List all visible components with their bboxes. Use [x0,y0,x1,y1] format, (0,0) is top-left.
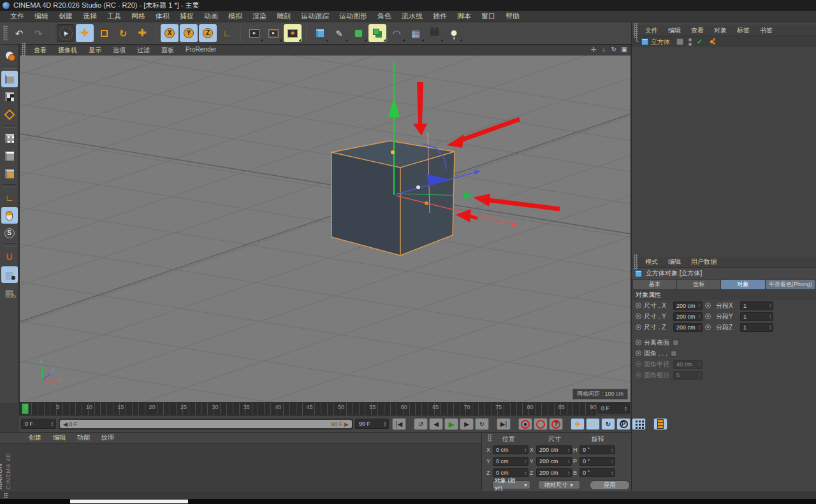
om-menu-item-2[interactable]: 查看 [686,26,709,35]
menubar-item-15[interactable]: 流水线 [397,11,428,21]
coord-system-icon[interactable]: ∟ [218,24,236,42]
modeling-objects-icon[interactable] [368,24,386,42]
toolbar-drag-handle[interactable] [3,25,8,41]
menubar-item-6[interactable]: 体积 [150,11,175,21]
menubar-item-10[interactable]: 渲染 [247,11,272,21]
texture-mode-icon[interactable] [1,89,18,105]
z-axis-lock-icon[interactable]: Z [199,24,217,42]
object-tree-row-cube[interactable]: └ 立方体 ✓ [632,36,816,47]
mm-menu-item-1[interactable]: 编辑 [47,433,71,442]
menubar-item-1[interactable]: 编辑 [29,11,54,21]
record-options-button[interactable]: ? [549,418,563,430]
key-position-toggle[interactable]: ✚ [571,418,585,430]
rotation-p-field[interactable]: 0 °↕ [579,457,615,466]
position-x-field[interactable]: 0 cm↕ [493,445,528,454]
visibility-dots-icon[interactable] [688,38,692,46]
am-menu-item-1[interactable]: 编辑 [663,257,686,266]
object-manager-empty-area[interactable] [632,48,816,257]
convert-object-icon[interactable] [1,47,18,64]
workplane-lock-icon[interactable]: ▦ [1,266,18,283]
model-mode-icon[interactable] [1,71,18,87]
menubar-item-9[interactable]: 模拟 [223,11,247,21]
frame-range-slider[interactable]: ◀ 0 F 90 F ▶ [60,420,352,428]
viewport-menu-item-1[interactable]: 摄像机 [52,46,83,55]
play-button[interactable]: ▶ [444,418,458,430]
render-settings-icon[interactable]: ✱ [284,24,302,42]
perspective-viewport[interactable]: 查看摄像机显示选项过滤面板ProRender ✛ ↓ ↻ ▣ 透视视图 [19,45,631,403]
object-manager-handle[interactable] [634,23,638,38]
viewport-menu-item-4[interactable]: 过滤 [131,46,156,55]
camera-icon[interactable] [426,24,444,42]
key-parameter-toggle[interactable]: P [616,418,630,430]
last-tool-icon[interactable]: ✚ [133,24,151,42]
size-mode-dropdown[interactable]: 绝对尺寸▼ [538,480,580,489]
anim-dot-icon[interactable] [636,303,641,308]
mm-menu-item-0[interactable]: 创建 [23,433,47,442]
autokey-button[interactable] [534,418,548,430]
pen-tool-icon[interactable]: ✎ [330,24,348,42]
next-key-button[interactable]: ↻ [475,418,489,430]
tab-phong[interactable]: 平滑着色(Phong) [766,280,815,289]
apply-button[interactable]: 应用 [590,480,630,490]
segments-y-field[interactable]: 1↕ [740,312,773,321]
menubar-item-5[interactable]: 网格 [126,11,150,21]
rotate-tool-icon[interactable]: ↻ [114,24,132,42]
layer-chip-icon[interactable] [676,38,683,45]
axis-mode-icon[interactable]: ∟ [1,189,18,206]
live-selection-tool-icon[interactable]: ➤ [57,24,75,42]
viewport-canvas[interactable] [20,55,630,402]
goto-end-button[interactable]: ▶| [497,418,511,430]
undo-icon[interactable]: ↶ [10,24,28,42]
orbit-view-icon[interactable]: ↻ [610,46,618,53]
menubar-item-3[interactable]: 选择 [78,11,102,21]
segments-z-field[interactable]: 1↕ [740,323,773,332]
scale-tool-icon[interactable] [95,24,113,42]
rotation-b-field[interactable]: 0 °↕ [579,468,615,477]
tab-object[interactable]: 对象 [721,280,764,289]
segments-x-field[interactable]: 1↕ [740,301,773,310]
render-picture-viewer-icon[interactable]: ▸ [265,24,282,42]
keyframe-selection-button[interactable] [653,418,667,430]
viewport-menu-item-6[interactable]: ProRender [180,46,222,55]
prev-key-button[interactable]: ↺ [414,418,428,430]
coord-mode-dropdown[interactable]: 对象 (相对)▼ [492,480,530,489]
viewport-menu-item-5[interactable]: 面板 [156,46,180,55]
add-cube-icon[interactable] [311,24,329,42]
tab-basic[interactable]: 基本 [633,280,676,289]
menubar-item-8[interactable]: 动画 [199,11,223,21]
anim-dot-icon[interactable] [636,340,641,345]
fillet-checkbox[interactable] [670,350,677,357]
rotation-h-field[interactable]: 0 °↕ [579,445,615,454]
max-frame-field[interactable]: 90 F↕ [355,419,389,429]
material-manager[interactable]: 创建编辑功能纹理 MAXON CINEMA 4D [0,432,481,491]
om-menu-item-4[interactable]: 标签 [732,26,755,35]
size-y-field[interactable]: 200 cm↕ [536,457,572,466]
y-axis-lock-icon[interactable]: Y [180,24,198,42]
om-menu-item-5[interactable]: 书签 [755,26,778,35]
range-end-handle[interactable]: 90 F ▶ [332,421,349,428]
current-frame-field[interactable]: 0 F↕ [21,419,56,429]
am-menu-item-0[interactable]: 模式 [640,257,663,266]
quantize-icon[interactable]: ▦ [1,284,18,301]
pan-view-icon[interactable]: ✛ [590,46,597,53]
next-frame-button[interactable]: ▶ [460,418,474,430]
move-tool-icon[interactable]: ✚ [76,24,94,42]
size-z-field[interactable]: 200 cm↕ [536,468,572,477]
menubar-item-11[interactable]: 雕刻 [272,11,296,21]
anim-dot-icon[interactable] [636,324,641,330]
anim-dot-icon[interactable] [636,350,641,356]
timeline-ruler[interactable]: 051015202530354045505560657075808590 [19,403,596,415]
light-icon[interactable] [445,24,463,42]
prev-frame-button[interactable]: ◀ [429,418,443,430]
enabled-check-icon[interactable]: ✓ [697,38,703,46]
menubar-item-0[interactable]: 文件 [5,11,29,21]
menubar-item-2[interactable]: 创建 [54,11,78,21]
am-menu-item-2[interactable]: 用户数据 [686,257,722,266]
viewport-menu-item-0[interactable]: 查看 [28,46,52,55]
position-z-field[interactable]: 0 cm↕ [493,468,528,477]
solo-mode-icon[interactable]: S [1,225,18,241]
snap-toggle-icon[interactable]: U [1,248,18,265]
tab-coordinates[interactable]: 坐标 [677,280,720,289]
frame-display-field[interactable]: 0 F↕ [597,403,630,414]
anim-dot-icon[interactable] [705,303,711,308]
